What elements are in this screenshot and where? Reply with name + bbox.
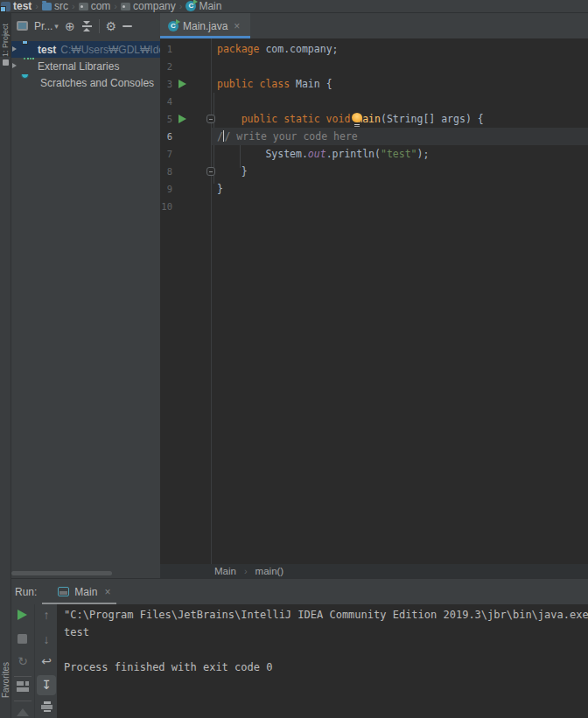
toolbar-separator (99, 19, 100, 33)
code-line-3[interactable]: 3 public class Main { (160, 75, 588, 93)
chevron-down-icon: ▾ (54, 22, 59, 31)
expand-chevron-icon[interactable] (12, 63, 17, 68)
favorites-stripe-label[interactable]: Favorites (1, 660, 10, 701)
tree-item-name: Scratches and Consoles (40, 77, 154, 89)
line-number: 5 (160, 110, 172, 128)
rerun-failed-icon[interactable]: ↻ (11, 655, 34, 667)
toolbar-separator (14, 701, 32, 701)
runnable-class-icon: C (168, 21, 178, 31)
breadcrumb-separator: › (114, 1, 117, 12)
line-number: 10 (160, 198, 172, 215)
tree-item-path: C:₩Users₩GDL₩Ide (60, 44, 160, 56)
tree-row-external-libraries[interactable]: External Libraries (11, 58, 160, 74)
breadcrumb-label: test (13, 1, 32, 12)
console-line (64, 641, 588, 659)
project-view-label: Pr... (34, 20, 52, 32)
project-view-selector[interactable]: Pr... ▾ (34, 20, 59, 32)
breadcrumb-separator: › (72, 1, 75, 12)
breadcrumb-separator: › (244, 566, 248, 577)
tree-item-name: External Libraries (38, 60, 119, 73)
locate-file-icon[interactable]: ⊕ (65, 20, 75, 32)
run-header: Run: Main × (11, 579, 588, 604)
top-breadcrumb-bar: test › src › com › company › C Main (0, 0, 588, 13)
toolwindow-icon (17, 21, 28, 31)
gear-icon[interactable]: ⚙ (106, 20, 117, 32)
collapse-all-icon[interactable] (81, 20, 93, 32)
breadcrumb-item-main[interactable]: C Main (186, 0, 221, 13)
print-icon[interactable] (41, 701, 52, 712)
breadcrumb-item-test[interactable]: test (1, 0, 32, 13)
collapse-panel-icon[interactable] (17, 708, 29, 716)
package-icon (79, 3, 88, 10)
breadcrumb-label: com (91, 1, 111, 12)
code-line-1[interactable]: 1 package com.company; (160, 40, 588, 58)
breadcrumb-label: src (54, 1, 68, 12)
console-line: "C:\Program Files\JetBrains\IntelliJ IDE… (64, 606, 588, 624)
project-stripe-icon (3, 59, 9, 66)
down-stack-icon[interactable]: ↓ (35, 633, 58, 645)
line-number: 8 (160, 163, 172, 180)
console-line: test (64, 624, 588, 641)
breadcrumb-method[interactable]: main() (256, 566, 284, 576)
run-label: Run: (15, 586, 37, 598)
code-line-9[interactable]: 9 } (160, 180, 588, 198)
soft-wrap-icon[interactable]: ↩ (35, 655, 58, 667)
code-line-10[interactable]: 10 (160, 198, 588, 215)
stop-button[interactable] (18, 634, 27, 644)
run-toolbar: ↻ (11, 604, 34, 718)
run-tab-title: Main (74, 586, 97, 598)
editor-tab-bar: C Main.java × (160, 13, 588, 38)
console-icon (58, 587, 69, 596)
intellij-window: test › src › com › company › C Main 1: P… (0, 0, 588, 718)
breadcrumb-separator: › (179, 1, 183, 12)
code-line-5[interactable]: 5 public static void main(String[] args)… (160, 110, 588, 128)
line-number: 1 (160, 40, 172, 58)
code-area[interactable]: 1 package com.company; 2 3 public class … (160, 38, 588, 564)
hide-panel-icon[interactable] (122, 25, 132, 27)
toolbar-separator (14, 676, 32, 677)
close-icon[interactable]: × (234, 20, 240, 32)
code-line-6-current[interactable]: 6 // write your code here (160, 128, 588, 145)
project-panel-toolbar: Pr... ▾ ⊕ ⚙ (11, 13, 160, 38)
breadcrumb-label: company (133, 1, 176, 12)
close-icon[interactable]: × (104, 586, 110, 598)
breadcrumb-separator: › (35, 1, 38, 12)
restore-layout-button[interactable] (17, 681, 29, 692)
breadcrumb-class[interactable]: Main (214, 566, 236, 576)
tree-row-scratches[interactable]: Scratches and Consoles (11, 74, 160, 91)
tab-title: Main.java (183, 20, 228, 32)
line-number: 9 (160, 180, 172, 198)
code-line-7[interactable]: 7 System.out.println("test"); (160, 145, 588, 163)
run-method-gutter-icon[interactable] (178, 115, 186, 123)
expand-chevron-icon[interactable] (12, 46, 17, 52)
code-line-8[interactable]: 8 } (160, 163, 588, 180)
class-icon: C (186, 1, 196, 11)
breadcrumb-item-src[interactable]: src (42, 0, 68, 13)
project-stripe-label[interactable]: 1: Project (1, 23, 10, 58)
run-class-gutter-icon[interactable] (178, 80, 186, 88)
code-line-4[interactable]: 4 (160, 93, 588, 110)
line-number: 7 (160, 145, 172, 163)
editor-breadcrumb-bar: Main › main() (160, 564, 588, 578)
line-number: 2 (160, 58, 172, 75)
breadcrumb-item-company[interactable]: company (121, 0, 176, 13)
project-panel: testC:₩Users₩GDL₩Ide External Libraries … (11, 38, 160, 578)
left-toolwindow-stripe: 1: Project Favorites (0, 13, 11, 718)
tab-main-java[interactable]: C Main.java × (160, 13, 250, 38)
rerun-button[interactable] (18, 610, 27, 620)
code-line-2[interactable]: 2 (160, 58, 588, 75)
scroll-to-end-icon[interactable]: ↧ (35, 679, 58, 691)
horizontal-scrollbar[interactable] (11, 571, 112, 575)
run-tab-main[interactable]: Main × (58, 586, 110, 598)
run-console-output[interactable]: "C:\Program Files\JetBrains\IntelliJ IDE… (57, 604, 588, 718)
tree-item-name: test (38, 44, 56, 56)
intention-bulb-icon[interactable] (352, 113, 362, 122)
breadcrumb-item-com[interactable]: com (79, 0, 111, 13)
console-toolbar: ↑ ↓ ↩ ↧ (34, 604, 57, 718)
tree-row-test[interactable]: testC:₩Users₩GDL₩Ide (11, 41, 160, 58)
editor[interactable]: 1 package com.company; 2 3 public class … (160, 38, 588, 578)
run-tool-window: Run: Main × ↻ ↑ ↓ ↩ ↧ "C:\Pro (11, 578, 588, 718)
up-stack-icon[interactable]: ↑ (35, 609, 58, 621)
line-number: 6 (160, 128, 172, 145)
project-icon (1, 2, 10, 11)
